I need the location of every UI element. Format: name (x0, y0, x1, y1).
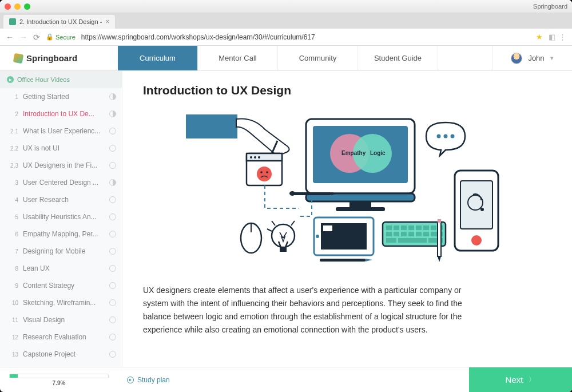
svg-marker-52 (366, 259, 372, 262)
item-label: Getting Started (23, 93, 105, 101)
svg-rect-38 (394, 232, 399, 236)
progress-dot-icon (109, 351, 116, 358)
item-label: Capstone Project (23, 350, 105, 358)
sidebar-item[interactable]: 9Content Strategy (0, 277, 122, 294)
app-window: Springboard 2. Introduction to UX Design… (0, 0, 572, 392)
item-number: 2.1 (6, 128, 18, 134)
svg-rect-44 (386, 238, 396, 243)
close-tab-icon[interactable]: × (105, 18, 109, 26)
sidebar-item[interactable]: 2Introduction to UX De... (0, 105, 122, 122)
svg-rect-40 (408, 232, 414, 236)
item-number: 9 (6, 283, 18, 289)
item-number: 1 (6, 94, 18, 100)
user-menu[interactable]: John ▾ (492, 46, 572, 70)
progress-dot-icon (109, 196, 116, 203)
svg-point-65 (289, 191, 295, 196)
sidebar-item[interactable]: 4User Research (0, 191, 122, 208)
play-circle-icon: ▸ (127, 377, 134, 383)
progress-dot-icon (109, 334, 116, 340)
item-number: 7 (6, 248, 18, 255)
progress-indicator: 7.9% (0, 374, 118, 386)
sidebar-item[interactable]: 2.3UX Designers in the Fi... (0, 157, 122, 174)
sidebar-item[interactable]: 11Visual Design (0, 311, 122, 328)
address-bar: ← → ⟳ 🔒 Secure https://www.springboard.c… (0, 29, 572, 46)
sidebar-item[interactable]: 7Designing for Mobile (0, 243, 122, 260)
sidebar-item[interactable]: 8Lean UX (0, 260, 122, 277)
top-navigation: Springboard CurriculumMentor CallCommuni… (0, 46, 572, 71)
svg-point-20 (437, 134, 441, 138)
svg-rect-33 (416, 225, 422, 230)
progress-dot-icon (109, 213, 116, 220)
item-number: 2.3 (6, 163, 18, 169)
item-label: Designing for Mobile (23, 247, 105, 255)
item-label: What is User Experienc... (23, 127, 105, 135)
svg-point-9 (260, 171, 263, 173)
url-field[interactable]: https://www.springboard.com/workshops/ux… (81, 33, 530, 41)
tab-title: 2. Introduction to UX Design - (19, 18, 102, 25)
svg-point-50 (316, 235, 319, 238)
logo-icon (13, 53, 24, 64)
sidebar[interactable]: ▸ Office Hour Videos 1Getting Started2In… (0, 71, 122, 367)
sidebar-item[interactable]: 2.2UX is not UI (0, 140, 122, 157)
progress-dot-icon (109, 179, 116, 186)
back-icon[interactable]: ← (6, 33, 14, 42)
study-plan-link[interactable]: ▸ Study plan (118, 376, 170, 384)
item-number: 6 (6, 231, 18, 237)
extension-icon[interactable]: ⋮ (559, 33, 566, 41)
user-name: John (528, 54, 544, 62)
lesson-content[interactable]: Introduction to UX Design (122, 71, 572, 367)
svg-rect-29 (386, 225, 392, 230)
svg-rect-45 (398, 238, 427, 243)
browser-tab[interactable]: 2. Introduction to UX Design - × (3, 15, 115, 29)
svg-rect-63 (291, 192, 331, 195)
minimize-window-button[interactable] (14, 3, 21, 10)
svg-rect-37 (386, 232, 392, 236)
svg-point-6 (254, 156, 256, 159)
hero-illustration: Empathy Logic (143, 108, 549, 268)
sidebar-item[interactable]: 3User Centered Design ... (0, 174, 122, 191)
progress-bar (9, 374, 109, 378)
item-label: Sketching, Wireframin... (23, 299, 105, 307)
bookmark-star-icon[interactable]: ★ (536, 33, 543, 41)
sidebar-item[interactable]: 14Career Resources (0, 363, 122, 367)
svg-rect-39 (401, 232, 407, 236)
svg-rect-30 (394, 225, 399, 230)
item-label: Lean UX (23, 264, 105, 272)
traffic-lights (5, 3, 30, 10)
item-label: Visual Design (23, 316, 105, 324)
progress-dot-icon (109, 162, 116, 169)
svg-text:Empathy: Empathy (341, 150, 366, 156)
topnav-item-curriculum[interactable]: Curriculum (118, 46, 198, 70)
sidebar-item[interactable]: 10Sketching, Wireframin... (0, 294, 122, 311)
progress-dot-icon (109, 265, 116, 272)
svg-rect-32 (408, 225, 414, 230)
svg-rect-42 (423, 232, 429, 236)
item-number: 10 (6, 300, 18, 306)
sidebar-header[interactable]: ▸ Office Hour Videos (0, 71, 122, 88)
extension-icons: ◧ ⋮ (549, 33, 566, 41)
topnav-item-mentor-call[interactable]: Mentor Call (198, 46, 278, 70)
fullscreen-window-button[interactable] (24, 3, 30, 10)
svg-point-10 (266, 171, 268, 173)
sidebar-item[interactable]: 5Usability Heuristics An... (0, 208, 122, 225)
sidebar-item[interactable]: 2.1What is User Experienc... (0, 122, 122, 140)
reload-icon[interactable]: ⟳ (33, 33, 40, 42)
sidebar-item[interactable]: 12Research Evaluation (0, 328, 122, 346)
brand-logo[interactable]: Springboard (0, 46, 118, 70)
footer: 7.9% ▸ Study plan Next 〉 (0, 367, 572, 392)
sidebar-item[interactable]: 1Getting Started (0, 88, 122, 105)
item-number: 8 (6, 266, 18, 272)
svg-point-22 (451, 134, 455, 138)
topnav-item-student-guide[interactable]: Student Guide (358, 46, 438, 70)
sidebar-item[interactable]: 6Empathy Mapping, Per... (0, 225, 122, 243)
item-number: 5 (6, 214, 18, 220)
item-label: User Research (23, 196, 105, 204)
svg-rect-51 (320, 259, 366, 262)
svg-rect-59 (280, 247, 287, 252)
sidebar-item[interactable]: 13Capstone Project (0, 346, 122, 363)
topnav-item-community[interactable]: Community (278, 46, 358, 70)
next-button[interactable]: Next 〉 (469, 367, 572, 392)
forward-icon[interactable]: → (19, 33, 27, 42)
close-window-button[interactable] (5, 3, 11, 10)
extension-icon[interactable]: ◧ (549, 33, 555, 41)
